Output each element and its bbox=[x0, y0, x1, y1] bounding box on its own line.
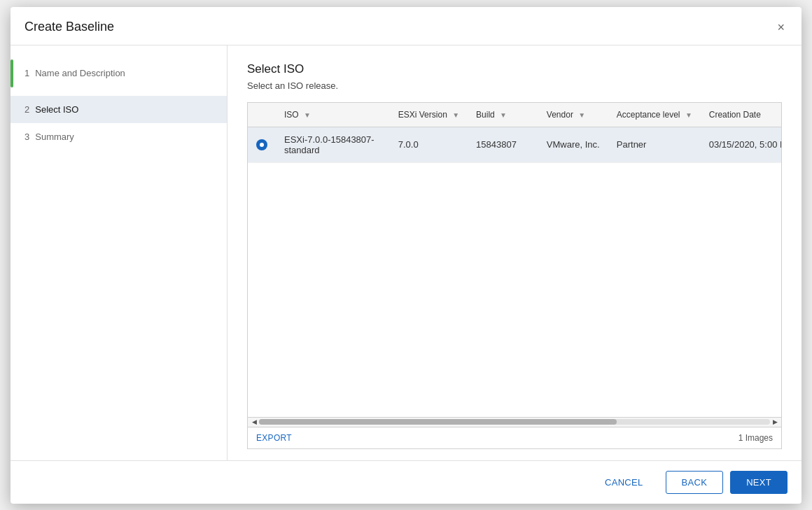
step2-number: 2 bbox=[24, 104, 29, 115]
cancel-button[interactable]: CANCEL bbox=[589, 472, 659, 493]
col-header-vendor[interactable]: Vendor ▼ bbox=[538, 103, 608, 127]
table-scroll-area[interactable]: ISO ▼ ESXi Version ▼ Build ▼ bbox=[248, 103, 781, 417]
dialog-title: Create Baseline bbox=[24, 20, 114, 34]
close-button[interactable]: × bbox=[774, 18, 788, 36]
col-header-build[interactable]: Build ▼ bbox=[468, 103, 538, 127]
build-sort-icon: ▼ bbox=[500, 111, 507, 119]
dialog-footer: CANCEL BACK NEXT bbox=[10, 460, 802, 504]
sidebar-step-2: 2 Select ISO bbox=[10, 96, 227, 123]
col-header-iso[interactable]: ISO ▼ bbox=[276, 103, 390, 127]
table-header-row: ISO ▼ ESXi Version ▼ Build ▼ bbox=[248, 103, 781, 127]
step3-label: Summary bbox=[35, 132, 74, 142]
step1-number: 1 bbox=[24, 68, 29, 78]
dialog-body: 1 Name and Description 2 Select ISO 3 Su… bbox=[10, 45, 802, 460]
export-link[interactable]: EXPORT bbox=[256, 433, 292, 443]
acceptance-sort-icon: ▼ bbox=[685, 111, 692, 119]
row-creation-date: 03/15/2020, 5:00 PM bbox=[701, 127, 781, 162]
next-button[interactable]: NEXT bbox=[730, 471, 788, 494]
create-baseline-dialog: Create Baseline × 1 Name and Description… bbox=[10, 7, 802, 504]
row-iso-name: ESXi-7.0.0-15843807-standard bbox=[276, 127, 390, 162]
col-header-radio bbox=[248, 103, 276, 127]
step1-bar bbox=[10, 59, 13, 87]
horizontal-scrollbar[interactable]: ◀ ▶ bbox=[248, 417, 781, 427]
main-content: Select ISO Select an ISO release. ISO ▼ bbox=[227, 45, 802, 460]
col-header-creation: Creation Date bbox=[701, 103, 781, 127]
iso-table-container: ISO ▼ ESXi Version ▼ Build ▼ bbox=[247, 102, 782, 449]
section-title: Select ISO bbox=[247, 62, 782, 76]
esxi-sort-icon: ▼ bbox=[452, 111, 459, 119]
table-row[interactable]: ESXi-7.0.0-15843807-standard 7.0.0 15843… bbox=[248, 127, 781, 162]
row-esxi-version: 7.0.0 bbox=[390, 127, 468, 162]
row-radio-cell[interactable] bbox=[248, 127, 276, 162]
dialog-header: Create Baseline × bbox=[10, 7, 802, 45]
sidebar-step-3: 3 Summary bbox=[10, 123, 227, 150]
scroll-left-arrow[interactable]: ◀ bbox=[249, 417, 259, 427]
row-vendor: VMware, Inc. bbox=[538, 127, 608, 162]
col-header-acceptance[interactable]: Acceptance level ▼ bbox=[608, 103, 701, 127]
step2-label: Select ISO bbox=[35, 104, 78, 115]
step1-label: Name and Description bbox=[35, 68, 125, 78]
table-footer: EXPORT 1 Images bbox=[248, 427, 781, 448]
scroll-right-arrow[interactable]: ▶ bbox=[770, 417, 780, 427]
back-button[interactable]: BACK bbox=[666, 471, 724, 494]
sidebar-step-1: 1 Name and Description bbox=[10, 51, 227, 96]
scroll-track[interactable] bbox=[259, 419, 770, 425]
step3-number: 3 bbox=[24, 132, 29, 142]
col-header-esxi[interactable]: ESXi Version ▼ bbox=[390, 103, 468, 127]
iso-table: ISO ▼ ESXi Version ▼ Build ▼ bbox=[248, 103, 781, 163]
row-build: 15843807 bbox=[468, 127, 538, 162]
row-acceptance-level: Partner bbox=[608, 127, 701, 162]
sidebar: 1 Name and Description 2 Select ISO 3 Su… bbox=[10, 45, 227, 460]
radio-selected-icon bbox=[256, 139, 267, 150]
vendor-sort-icon: ▼ bbox=[578, 111, 585, 119]
scroll-thumb[interactable] bbox=[259, 419, 617, 425]
images-count: 1 Images bbox=[738, 433, 773, 443]
iso-sort-icon: ▼ bbox=[304, 111, 311, 119]
section-subtitle: Select an ISO release. bbox=[247, 80, 782, 91]
